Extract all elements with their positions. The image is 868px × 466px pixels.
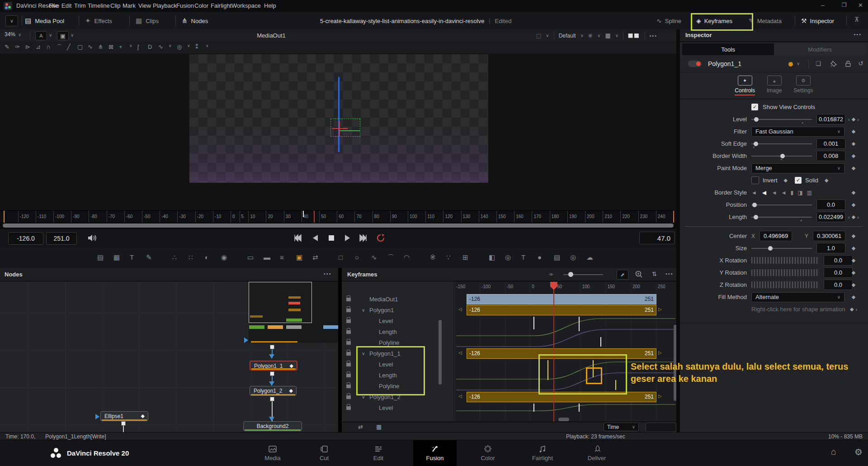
- versions-icon[interactable]: ❏: [816, 60, 821, 67]
- track-names-scrollbar[interactable]: [439, 320, 442, 385]
- loop-button[interactable]: [375, 233, 386, 243]
- draw-tool-19[interactable]: ⁑: [195, 43, 198, 50]
- split-view-icon[interactable]: ⬚: [536, 33, 541, 39]
- tool-bspline[interactable]: ∿: [371, 253, 377, 262]
- current-frame-field[interactable]: 47.0: [639, 232, 675, 244]
- tool-merge[interactable]: ▣: [296, 253, 302, 262]
- timeline-scrollbar-thumb[interactable]: [3, 223, 674, 228]
- set-keyframe-icon[interactable]: ◆: [852, 165, 855, 171]
- zoom-tool-icon[interactable]: [635, 270, 643, 278]
- menu-timeline[interactable]: Timeline: [88, 2, 110, 9]
- window-minimize-button[interactable]: –: [821, 1, 825, 9]
- timeline-scrollbar[interactable]: [0, 223, 676, 229]
- axis-x-line[interactable]: [340, 130, 360, 131]
- timeline-ruler[interactable]: -120-110-100-90-80-70-60-50-40-30-20-100…: [0, 210, 676, 223]
- tool-media-stack[interactable]: ▦: [113, 253, 120, 262]
- page-fusion[interactable]: Fusion: [413, 440, 457, 466]
- tool-particles[interactable]: ∴: [172, 253, 177, 262]
- tool-sphere[interactable]: ◎: [505, 253, 511, 262]
- tool-globe[interactable]: ●: [538, 253, 542, 261]
- lock-icon[interactable]: [346, 385, 351, 388]
- paint-mode-dropdown[interactable]: Merge∨: [751, 163, 844, 173]
- lock-icon[interactable]: [346, 406, 351, 410]
- value-field[interactable]: 0.016872: [816, 114, 845, 124]
- set-keyframe-icon[interactable]: ◆: [825, 177, 828, 183]
- set-keyframe-icon[interactable]: ◆: [852, 270, 855, 276]
- chevron-down-icon[interactable]: ∨: [187, 43, 190, 48]
- toolbar-button-metadata[interactable]: ✎Metadata: [749, 15, 782, 27]
- tool-drop[interactable]: ◉: [221, 253, 227, 262]
- page-deliver[interactable]: Deliver: [575, 440, 618, 466]
- dual-viewer-icon[interactable]: ⬜⬜: [628, 33, 640, 38]
- draw-tool-4[interactable]: ∩: [46, 43, 50, 50]
- menu-view[interactable]: View: [138, 2, 151, 9]
- menu-help[interactable]: Help: [264, 2, 276, 9]
- tool-pgrid[interactable]: ⊞: [462, 253, 468, 262]
- slider-thumb[interactable]: [754, 215, 758, 219]
- selection-rect[interactable]: [330, 119, 360, 137]
- chevron-down-icon[interactable]: ∨: [362, 308, 365, 313]
- show-view-controls-checkbox[interactable]: ✓: [751, 104, 758, 110]
- prev-keyframe-icon[interactable]: ‹: [848, 117, 850, 122]
- menu-clip[interactable]: Clip: [110, 2, 120, 9]
- tool-arc[interactable]: ◠: [404, 253, 410, 262]
- border-width-slider[interactable]: [751, 150, 812, 162]
- draw-tool-2[interactable]: ⊳: [25, 43, 30, 50]
- invert-checkbox[interactable]: [751, 176, 759, 184]
- node-output-connector[interactable]: [270, 397, 274, 401]
- menu-trim[interactable]: Trim: [74, 2, 86, 9]
- value-field[interactable]: 0.001: [816, 138, 845, 149]
- window-close-button[interactable]: ✕: [858, 2, 863, 9]
- page-fairlight[interactable]: Fairlight: [521, 440, 564, 466]
- track-row-mediaout1[interactable]: MediaOut1: [342, 294, 453, 305]
- expand-view-icon[interactable]: ⬈: [617, 270, 628, 280]
- node-polygon1_2[interactable]: Polygon1_2◆: [250, 386, 297, 396]
- soft-edge-slider[interactable]: [751, 138, 812, 150]
- page-cut[interactable]: Cut: [302, 440, 346, 466]
- track-row-polygon1[interactable]: ∨Polygon1: [342, 305, 453, 316]
- node-output-connector[interactable]: [270, 371, 274, 376]
- page-edit[interactable]: Edit: [357, 440, 400, 466]
- center-y-field[interactable]: 0.300061: [813, 231, 845, 241]
- lock-icon[interactable]: [346, 341, 351, 345]
- lock-icon[interactable]: [844, 60, 852, 67]
- chevron-down-icon[interactable]: ∨: [206, 43, 209, 48]
- filter-dropdown[interactable]: Fast Gaussian∨: [751, 127, 844, 137]
- next-keyframe-icon[interactable]: ›: [855, 307, 857, 312]
- draw-tool-7[interactable]: ▢: [77, 43, 83, 50]
- set-keyframe-icon[interactable]: ◆: [852, 153, 855, 159]
- chevron-down-icon[interactable]: ∨: [580, 33, 584, 38]
- play-reverse-button[interactable]: [310, 233, 321, 243]
- toolbar-button-inspector[interactable]: ⚒Inspector: [801, 15, 834, 27]
- reset-icon[interactable]: ↺: [858, 60, 863, 67]
- chevron-down-icon[interactable]: ∨: [546, 33, 549, 38]
- set-keyframe-icon[interactable]: ◆: [852, 282, 855, 288]
- chevron-down-icon[interactable]: ∨: [129, 43, 132, 48]
- set-keyframe-icon[interactable]: ◆: [850, 306, 854, 312]
- grid-icon[interactable]: ▦: [605, 32, 610, 39]
- tool-ellipse[interactable]: ○: [355, 253, 359, 261]
- tool-media-in[interactable]: ▤: [97, 253, 104, 262]
- draw-tool-3[interactable]: ⊿: [36, 43, 41, 50]
- value-field[interactable]: 0.008: [816, 151, 845, 161]
- lock-icon[interactable]: [346, 363, 351, 366]
- page-color[interactable]: Color: [466, 440, 509, 466]
- set-keyframe-icon[interactable]: ◆: [852, 245, 855, 251]
- kf-horizontal-scrollbar[interactable]: [558, 418, 569, 421]
- time-value-field[interactable]: [646, 423, 676, 432]
- viewer-canvas[interactable]: [0, 53, 676, 210]
- node-ellipse1[interactable]: Ellipse1◆: [100, 411, 148, 421]
- zoom-slider-thumb[interactable]: [568, 272, 573, 277]
- level-slider[interactable]: [751, 113, 812, 125]
- border-style-option-2[interactable]: ◄: [772, 190, 777, 196]
- tool-text3d[interactable]: T: [521, 253, 525, 261]
- spread-keyframes-icon[interactable]: ⇄: [358, 423, 363, 430]
- size-slider[interactable]: [751, 242, 812, 254]
- tool-cloud[interactable]: ☁: [586, 253, 593, 262]
- set-keyframe-icon[interactable]: ◆: [852, 141, 855, 147]
- horizontal-fit-icon[interactable]: ◃▹: [549, 271, 553, 276]
- page-media[interactable]: Media: [251, 440, 294, 466]
- next-keyframe-icon[interactable]: ›: [857, 214, 859, 220]
- draw-tool-13[interactable]: ʃ: [137, 43, 139, 50]
- set-keyframe-icon[interactable]: ◆: [852, 294, 855, 300]
